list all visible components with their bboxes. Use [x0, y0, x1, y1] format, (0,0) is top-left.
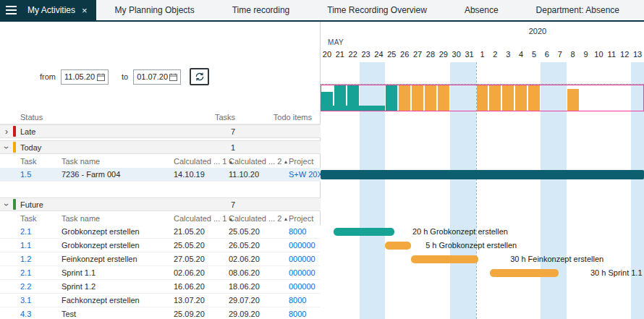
task-name-cell: Sprint 1.1	[54, 268, 163, 277]
chevron-right-icon[interactable]: ›	[5, 127, 8, 136]
task-id-link[interactable]: 2.1	[18, 268, 54, 277]
task-id-link[interactable]: 1.2	[18, 255, 54, 263]
task-row[interactable]: 2.1Sprint 1.102.06.2008.06.20000000	[0, 266, 321, 280]
task-name-column-header[interactable]: Task name	[54, 157, 163, 166]
day-label: 7	[554, 48, 567, 61]
group-row-late[interactable]: ›Late7	[0, 124, 321, 138]
calc1-column-header[interactable]: Calculated ... 1▲	[163, 157, 218, 166]
chevron-down-icon[interactable]: ›	[2, 203, 11, 206]
day-label: 12	[618, 48, 631, 61]
project-link[interactable]: 000000	[277, 255, 321, 263]
project-link[interactable]: 8000	[277, 296, 321, 305]
task-name-cell: Grobkonzept erstellen	[54, 227, 163, 236]
task-id-link[interactable]: 2.1	[18, 227, 54, 236]
tab-department-absence[interactable]: Department: Absence	[517, 0, 638, 20]
capacity-bar	[347, 85, 359, 111]
tab-bar: My Activities × My Planning ObjectsTime …	[0, 0, 644, 22]
calc1-cell: 25.05.20	[163, 241, 218, 250]
task-row[interactable]: 1.2Feinkonzept erstellen27.05.2002.06.20…	[0, 252, 321, 266]
calc1-cell: 02.06.20	[163, 268, 218, 277]
task-row[interactable]: 4.3Test25.09.2029.09.208000	[0, 307, 321, 319]
task-row[interactable]: 1.1Grobkonzept erstellen25.05.2026.05.20…	[0, 239, 321, 252]
project-column-header[interactable]: Project	[277, 157, 321, 166]
task-row[interactable]: 1.57236 - Farm 00414.10.1911.10.20S+W 20…	[0, 168, 321, 182]
task-name-column-header[interactable]: Task name	[54, 214, 163, 223]
capacity-bar	[502, 85, 514, 111]
task-id-link[interactable]: 1.5	[18, 170, 54, 179]
task-id-link[interactable]: 1.1	[18, 241, 54, 250]
from-date-value: 11.05.20	[64, 72, 95, 81]
project-link[interactable]: S+W 20X	[277, 170, 321, 179]
project-link[interactable]: 000000	[277, 268, 321, 277]
todo-items-empty-area	[0, 182, 321, 195]
calendar-icon	[169, 73, 177, 81]
capacity-bar	[399, 85, 410, 111]
todo-items-column-header: Todo items	[235, 113, 321, 122]
gantt-bar-label: 30 h Feinkonzept erstellen	[510, 255, 603, 264]
to-date-input[interactable]: 01.07.20	[133, 69, 181, 85]
chevron-down-icon[interactable]: ›	[2, 146, 11, 149]
task-name-cell: Test	[54, 310, 163, 318]
tab-my-activities[interactable]: My Activities ×	[22, 0, 96, 20]
day-label: 23	[360, 48, 373, 61]
tab-strip: My Planning ObjectsTime recordingTime Re…	[96, 0, 638, 20]
project-column-header[interactable]: Project	[277, 214, 321, 223]
gantt-task-bar[interactable]	[411, 255, 478, 263]
task-list-panel: from 11.05.20 to 01.07.20 StatusTasksTod…	[0, 22, 321, 319]
task-id-link[interactable]: 2.2	[18, 282, 54, 291]
status-color-bar	[13, 126, 16, 137]
tab-time-recording[interactable]: Time recording	[213, 0, 309, 20]
calc2-cell: 11.10.20	[218, 170, 277, 179]
gantt-year-label: 2020	[436, 27, 639, 35]
project-link[interactable]: 8000	[277, 310, 321, 318]
gantt-task-bar[interactable]	[490, 269, 559, 277]
task-name-cell: Grobkonzept erstellen	[54, 241, 163, 250]
task-id-link[interactable]: 3.1	[18, 296, 54, 305]
day-label: 30	[450, 48, 463, 61]
project-link[interactable]: 000000	[277, 241, 321, 250]
project-link[interactable]: 000000	[277, 282, 321, 291]
calc2-cell: 18.06.20	[218, 282, 277, 291]
calc1-cell: 13.07.20	[163, 296, 218, 305]
task-name-cell: Fachkonzept erstellen	[54, 296, 163, 305]
day-label: 5	[528, 48, 541, 61]
refresh-button[interactable]	[190, 68, 209, 85]
calendar-icon	[97, 73, 105, 81]
calc2-cell: 25.05.20	[218, 227, 277, 236]
day-label: 10	[592, 48, 605, 61]
task-id-link[interactable]: 4.3	[18, 310, 54, 318]
group-name-label: Future	[18, 200, 163, 209]
task-row[interactable]: 2.1Grobkonzept erstellen21.05.2025.05.20…	[0, 225, 321, 239]
gantt-task-bar[interactable]	[334, 228, 394, 236]
task-column-header[interactable]: Task	[18, 214, 54, 223]
status-column-header: Status	[18, 113, 163, 122]
tasks-column-header: Tasks	[163, 113, 235, 122]
task-row[interactable]: 2.2Sprint 1.216.06.2018.06.20000000	[0, 280, 321, 294]
calc2-column-header[interactable]: Calculated ... 2▲	[218, 214, 277, 223]
group-row-future[interactable]: ›Future7	[0, 197, 321, 211]
task-column-header[interactable]: Task	[18, 157, 54, 166]
calc2-column-header[interactable]: Calculated ... 2▲	[218, 157, 277, 166]
project-link[interactable]: 8000	[277, 227, 321, 236]
menu-button[interactable]	[0, 0, 22, 20]
calc1-cell: 25.09.20	[163, 310, 218, 318]
day-label: 28	[424, 48, 437, 61]
task-row[interactable]: 3.1Fachkonzept erstellen13.07.2029.07.20…	[0, 294, 321, 307]
calc1-cell: 16.06.20	[163, 282, 218, 291]
gantt-task-bar[interactable]	[385, 242, 411, 250]
summary-task-bar[interactable]	[321, 170, 644, 179]
capacity-dotted-line	[321, 84, 644, 85]
tab-time-recording-overview[interactable]: Time Recording Overview	[308, 0, 446, 20]
day-label: 24	[373, 48, 386, 61]
calc1-column-header[interactable]: Calculated ... 1▲	[163, 214, 218, 223]
close-icon[interactable]: ×	[82, 5, 88, 16]
status-color-bar	[13, 199, 16, 210]
day-label: 31	[463, 48, 476, 61]
tab-my-planning-objects[interactable]: My Planning Objects	[96, 0, 213, 20]
group-row-today[interactable]: ›Today1	[0, 140, 321, 154]
gantt-month-label: MAY	[328, 38, 344, 46]
refresh-icon	[195, 72, 205, 82]
capacity-bar	[477, 85, 488, 111]
tab-absence[interactable]: Absence	[446, 0, 517, 20]
from-date-input[interactable]: 11.05.20	[61, 69, 109, 85]
